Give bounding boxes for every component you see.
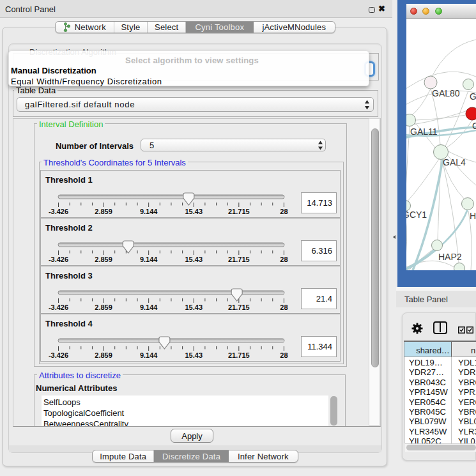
svg-text:C: C bbox=[472, 121, 476, 131]
svg-text:2.859: 2.859 bbox=[95, 256, 112, 263]
svg-text:2.859: 2.859 bbox=[95, 208, 112, 215]
svg-text:28: 28 bbox=[280, 351, 288, 359]
svg-text:GAL11: GAL11 bbox=[410, 127, 438, 137]
svg-text:28: 28 bbox=[280, 256, 288, 263]
svg-text:GA: GA bbox=[470, 91, 476, 102]
svg-text:HAP2: HAP2 bbox=[438, 252, 462, 262]
svg-text:9.144: 9.144 bbox=[140, 208, 158, 215]
svg-text:-3.426: -3.426 bbox=[49, 303, 68, 311]
svg-text:9.144: 9.144 bbox=[140, 256, 158, 263]
svg-text:GCY1: GCY1 bbox=[406, 210, 427, 220]
svg-text:GAL4: GAL4 bbox=[443, 157, 466, 167]
svg-text:21.715: 21.715 bbox=[228, 256, 250, 263]
svg-text:9.144: 9.144 bbox=[140, 351, 158, 359]
svg-text:28: 28 bbox=[280, 303, 288, 311]
svg-text:H: H bbox=[470, 211, 476, 221]
svg-text:2.859: 2.859 bbox=[95, 351, 112, 359]
svg-text:-3.426: -3.426 bbox=[49, 256, 68, 263]
svg-text:21.715: 21.715 bbox=[228, 208, 250, 215]
svg-text:GAL80: GAL80 bbox=[432, 88, 460, 98]
svg-text:21.715: 21.715 bbox=[228, 303, 250, 311]
svg-text:15.43: 15.43 bbox=[185, 256, 203, 263]
svg-text:-3.426: -3.426 bbox=[49, 208, 68, 215]
svg-text:21.715: 21.715 bbox=[228, 351, 250, 359]
svg-text:28: 28 bbox=[280, 208, 288, 215]
svg-text:9.144: 9.144 bbox=[140, 303, 158, 311]
svg-text:15.43: 15.43 bbox=[185, 208, 203, 215]
svg-text:-3.426: -3.426 bbox=[49, 351, 68, 359]
svg-text:2.859: 2.859 bbox=[95, 303, 112, 311]
svg-text:15.43: 15.43 bbox=[185, 303, 203, 311]
svg-text:15.43: 15.43 bbox=[185, 351, 203, 359]
